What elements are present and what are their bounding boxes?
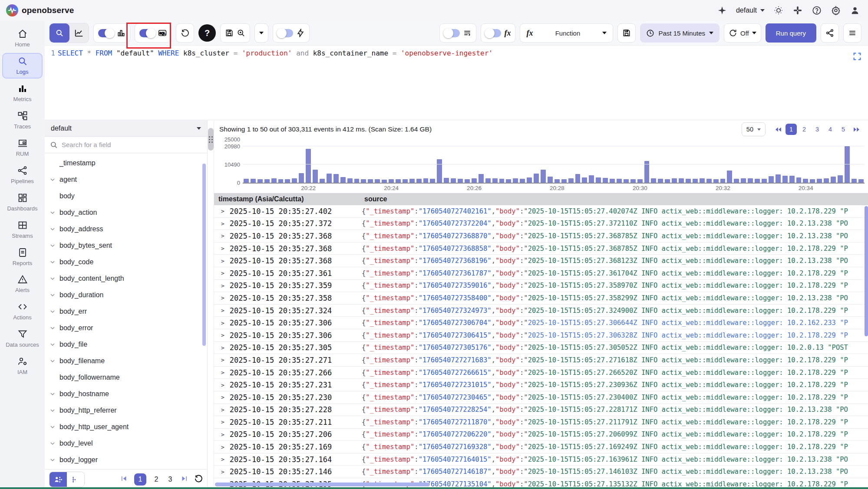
org-selector[interactable]: default <box>736 7 765 14</box>
histogram-bar[interactable] <box>803 179 808 183</box>
histogram-bar[interactable] <box>741 178 746 183</box>
expand-row-icon[interactable]: > <box>221 332 224 338</box>
field-item-body_address[interactable]: body_address <box>45 221 207 237</box>
histogram-bar[interactable] <box>824 178 829 183</box>
field-item-body_hostname[interactable]: body_hostname <box>45 386 207 402</box>
fx-toggle-button[interactable]: fx <box>481 23 515 43</box>
sidebar-item-home[interactable]: Home <box>2 26 43 51</box>
table-row[interactable]: > 2025-10-15 20:35:27.271 {"_timestamp":… <box>214 354 868 367</box>
histogram-bar[interactable] <box>506 179 511 183</box>
expand-row-icon[interactable]: > <box>221 469 224 475</box>
auto-refresh-dropdown[interactable]: Off <box>724 23 761 43</box>
histogram-bar[interactable] <box>451 178 456 183</box>
table-row[interactable]: > 2025-10-15 20:35:27.368 {"_timestamp":… <box>214 255 868 267</box>
quick-mode-toggle[interactable] <box>277 29 293 37</box>
histogram-bar[interactable] <box>403 179 408 183</box>
histogram-bar[interactable] <box>755 179 760 183</box>
more-saved-dropdown-button[interactable] <box>254 23 268 43</box>
field-item-body_action[interactable]: body_action <box>45 204 207 221</box>
histogram-bar[interactable] <box>575 174 581 183</box>
histogram-bar[interactable] <box>706 179 712 183</box>
expand-row-icon[interactable]: > <box>221 431 224 438</box>
fields-page-1[interactable]: 1 <box>134 473 146 486</box>
histogram-bar[interactable] <box>727 171 732 183</box>
histogram-bar[interactable] <box>472 178 477 183</box>
stream-select[interactable]: default <box>45 120 207 137</box>
expand-row-icon[interactable]: > <box>221 245 224 252</box>
sidebar-item-pipelines[interactable]: Pipelines <box>2 162 43 188</box>
histogram-bar[interactable] <box>409 179 415 183</box>
histogram-bar[interactable] <box>375 179 380 183</box>
field-item-body_content_length[interactable]: body_content_length <box>45 270 207 287</box>
time-range-picker[interactable]: Past 15 Minutes <box>640 23 719 43</box>
histogram-bar[interactable] <box>492 178 498 183</box>
histogram-bar[interactable] <box>285 179 290 183</box>
search-mode-button[interactable] <box>50 23 69 43</box>
results-page-2[interactable]: 2 <box>799 124 810 135</box>
histogram-bar[interactable] <box>340 177 346 183</box>
histogram-bar[interactable] <box>769 176 774 183</box>
histogram-bar[interactable] <box>776 174 781 183</box>
expand-row-icon[interactable]: > <box>221 208 224 214</box>
histogram-bar[interactable] <box>789 176 795 183</box>
histogram-bar[interactable] <box>617 179 622 183</box>
histogram-bar[interactable] <box>831 177 836 183</box>
histogram-bar[interactable] <box>264 179 270 183</box>
table-vertical-scrollbar[interactable] <box>865 206 868 336</box>
expand-row-icon[interactable]: > <box>221 295 224 301</box>
sidebar-item-logs[interactable]: Logs <box>2 53 43 79</box>
query-help-button[interactable]: ? <box>198 24 216 42</box>
sql-query-editor[interactable]: 1 SELECT * FROM "default" WHERE k8s_clus… <box>45 46 868 120</box>
histogram-bar[interactable] <box>458 179 463 183</box>
expand-row-icon[interactable]: > <box>221 307 224 314</box>
histogram-bar[interactable] <box>257 179 263 183</box>
expand-row-icon[interactable]: > <box>221 382 224 388</box>
histogram-bar[interactable] <box>651 178 656 183</box>
histogram-toggle-button[interactable] <box>93 23 130 43</box>
wrap-toggle[interactable] <box>444 29 460 37</box>
table-row[interactable]: > 2025-10-15 20:35:27.146 {"_timestamp":… <box>214 466 868 478</box>
expand-row-icon[interactable]: > <box>221 320 224 326</box>
histogram-bar[interactable] <box>610 179 615 183</box>
histogram-bar[interactable] <box>541 170 546 183</box>
histogram-bar[interactable] <box>782 176 788 183</box>
histogram-bar[interactable] <box>313 170 318 183</box>
field-item-body_err[interactable]: body_err <box>45 303 207 320</box>
field-item-body_level[interactable]: body_level <box>45 435 207 452</box>
table-row[interactable]: > 2025-10-15 20:35:27.266 {"_timestamp":… <box>214 367 868 379</box>
histogram-bar[interactable] <box>534 174 539 183</box>
prev-pages-icon[interactable] <box>772 124 784 135</box>
histogram-bar[interactable] <box>693 179 698 183</box>
histogram-bar[interactable] <box>858 179 864 183</box>
sidebar-item-iam[interactable]: IAM <box>2 353 43 379</box>
next-pages-icon[interactable] <box>851 124 862 135</box>
field-item-body_file[interactable]: body_file <box>45 336 207 353</box>
expand-row-icon[interactable]: > <box>221 444 224 450</box>
table-row[interactable]: > 2025-10-15 20:35:27.359 {"_timestamp":… <box>214 280 868 292</box>
expand-row-icon[interactable]: > <box>221 233 224 239</box>
fields-page-3[interactable]: 3 <box>166 476 174 483</box>
field-item-body_http_referrer[interactable]: body_http_referrer <box>45 402 207 419</box>
histogram-bar[interactable] <box>499 179 505 183</box>
expand-row-icon[interactable]: > <box>221 345 224 351</box>
field-item-body_filename[interactable]: body_filename <box>45 353 207 369</box>
table-row[interactable]: > 2025-10-15 20:35:27.306 {"_timestamp":… <box>214 329 868 342</box>
source-column-header[interactable]: source <box>362 195 868 203</box>
histogram-bar[interactable] <box>810 179 815 183</box>
expand-row-icon[interactable]: > <box>221 394 224 400</box>
histogram-bar[interactable] <box>513 178 518 183</box>
histogram-bar[interactable] <box>479 174 484 183</box>
expand-row-icon[interactable]: > <box>221 407 224 413</box>
results-page-1[interactable]: 1 <box>785 124 797 135</box>
field-item-body_logger[interactable]: body_logger <box>45 452 207 468</box>
histogram-bar[interactable] <box>672 178 677 183</box>
histogram-bar[interactable] <box>520 179 525 183</box>
histogram-bar[interactable] <box>527 177 532 183</box>
results-menu-button[interactable] <box>843 23 861 43</box>
theme-brightness-icon[interactable] <box>773 5 784 16</box>
histogram-bar[interactable] <box>838 175 843 183</box>
first-page-icon[interactable] <box>120 475 128 484</box>
results-page-4[interactable]: 4 <box>825 124 836 135</box>
expand-row-icon[interactable]: > <box>221 258 224 264</box>
settings-gear-icon[interactable] <box>831 5 841 16</box>
